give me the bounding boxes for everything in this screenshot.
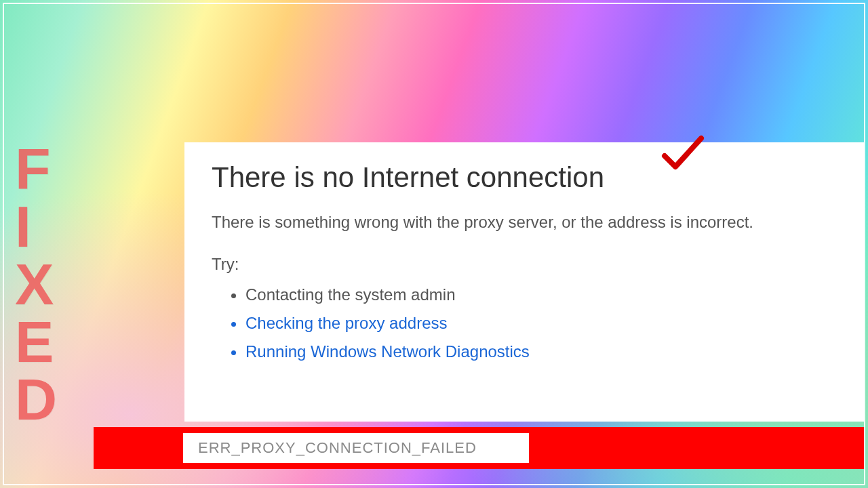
try-label: Try: [212, 255, 837, 274]
suggestion-list: Contacting the system admin Checking the… [212, 281, 837, 366]
error-code-bar: ERR_PROXY_CONNECTION_FAILED [94, 427, 864, 469]
fixed-stamp: F I X E D [15, 142, 58, 427]
suggestion-item: Contacting the system admin [245, 281, 837, 309]
error-subtitle: There is something wrong with the proxy … [212, 213, 837, 232]
error-title: There is no Internet connection [212, 161, 837, 194]
suggestion-link-proxy[interactable]: Checking the proxy address [245, 309, 837, 338]
stamp-letter: F [15, 142, 58, 196]
stamp-letter: X [15, 258, 58, 311]
error-panel: There is no Internet connection There is… [184, 142, 864, 422]
error-code-text: ERR_PROXY_CONNECTION_FAILED [198, 439, 477, 457]
stamp-letter: I [15, 200, 58, 253]
suggestion-link-diagnostics[interactable]: Running Windows Network Diagnostics [245, 338, 837, 366]
stamp-letter: E [15, 315, 58, 369]
error-code-slot: ERR_PROXY_CONNECTION_FAILED [183, 433, 529, 463]
checkmark-icon [659, 134, 707, 175]
stamp-letter: D [15, 373, 58, 426]
